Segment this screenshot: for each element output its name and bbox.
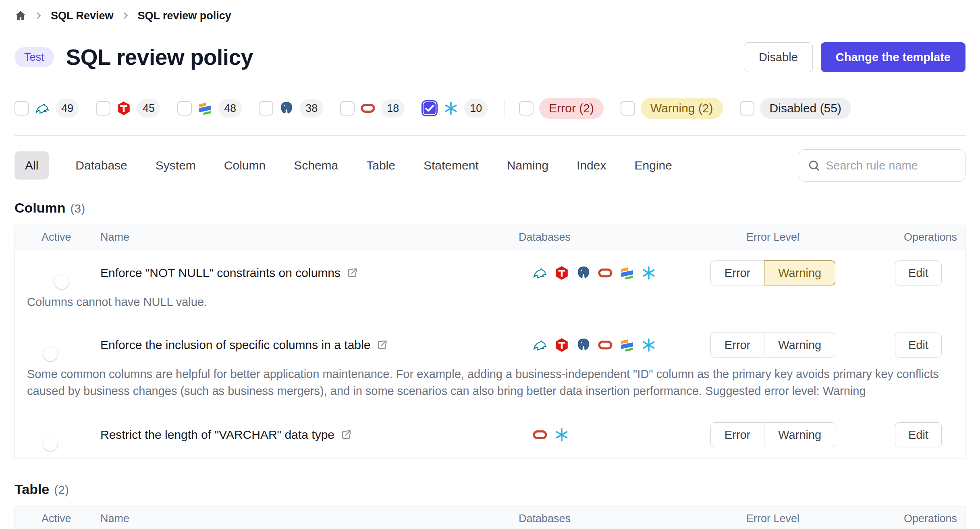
col-header-databases: Databases	[517, 231, 674, 244]
engine-count-badge: 48	[218, 99, 242, 118]
error-level-error-button[interactable]: Error	[710, 260, 764, 285]
edit-button[interactable]: Edit	[895, 422, 942, 447]
error-level-error-button[interactable]: Error	[710, 333, 764, 357]
snowflake-icon	[443, 101, 459, 116]
filter-level-disabled[interactable]: Disabled (55)	[740, 98, 851, 119]
filter-engine-snowflake[interactable]: 10	[421, 99, 488, 118]
error-level-warning-button[interactable]: Warning	[764, 333, 835, 357]
tab-all[interactable]: All	[15, 151, 49, 180]
tidb-icon	[116, 101, 131, 116]
error-level-error-button[interactable]: Error	[710, 422, 764, 447]
rule-databases	[517, 337, 674, 353]
section-title: Table	[15, 481, 49, 497]
checkbox[interactable]	[177, 101, 192, 116]
filter-level-warning[interactable]: Warning (2)	[621, 98, 723, 119]
error-level-warning-button[interactable]: Warning	[764, 422, 835, 447]
rule-name: Enforce "NOT NULL" constraints on column…	[100, 266, 341, 280]
change-template-button[interactable]: Change the template	[821, 42, 965, 72]
tab-column[interactable]: Column	[222, 159, 267, 172]
external-link-icon[interactable]	[346, 267, 358, 279]
rule-name: Enforce the inclusion of specific column…	[100, 338, 370, 352]
home-icon[interactable]	[15, 10, 27, 22]
oracle-icon	[598, 265, 613, 281]
chevron-right-icon	[34, 11, 44, 21]
rule-databases	[517, 265, 674, 281]
tab-index[interactable]: Index	[575, 159, 608, 172]
disabled-count-pill[interactable]: Disabled (55)	[760, 98, 851, 119]
chevron-right-icon	[121, 11, 131, 21]
breadcrumb-sql-review[interactable]: SQL Review	[51, 10, 114, 22]
col-header-error-level: Error Level	[674, 231, 872, 244]
warning-count-pill[interactable]: Warning (2)	[641, 98, 723, 119]
edit-button[interactable]: Edit	[895, 260, 942, 285]
tab-naming[interactable]: Naming	[505, 159, 550, 172]
postgres-icon	[576, 265, 591, 281]
breadcrumb-sql-review-policy[interactable]: SQL review policy	[138, 10, 231, 22]
table-row: Enforce "NOT NULL" constraints on column…	[15, 250, 965, 322]
search-box	[799, 149, 965, 182]
filter-level-error[interactable]: Error (2)	[519, 98, 604, 119]
filter-bar: 49 45 48 38 18 10 Er	[15, 97, 965, 120]
category-tabs: All Database System Column Schema Table …	[15, 151, 674, 180]
tab-statement[interactable]: Statement	[422, 159, 480, 172]
rule-name: Restrict the length of "VARCHAR" data ty…	[100, 428, 334, 442]
oceanbase-icon	[619, 337, 635, 353]
error-count-pill[interactable]: Error (2)	[539, 98, 604, 119]
filter-engine-oceanbase[interactable]: 48	[177, 99, 242, 118]
rule-description: Some common columns are helpful for bett…	[15, 362, 965, 411]
table-header: Active Name Databases Error Level Operat…	[15, 506, 965, 529]
mysql-icon	[35, 101, 50, 116]
tab-schema[interactable]: Schema	[292, 159, 340, 172]
section-heading-column: Column (3)	[15, 200, 965, 216]
category-tabs-row: All Database System Column Schema Table …	[15, 149, 965, 182]
col-header-error-level: Error Level	[674, 512, 872, 525]
col-header-databases: Databases	[517, 512, 674, 525]
oceanbase-icon	[197, 101, 213, 116]
divider	[15, 135, 965, 136]
page-title: SQL review policy	[66, 44, 253, 70]
environment-badge: Test	[15, 47, 54, 67]
checkbox[interactable]	[621, 101, 635, 116]
tidb-icon	[554, 265, 569, 281]
filter-engine-mysql[interactable]: 49	[15, 99, 79, 118]
edit-button[interactable]: Edit	[895, 333, 942, 357]
checkbox[interactable]	[421, 100, 438, 116]
checkbox[interactable]	[519, 101, 534, 116]
rules-table-table: Active Name Databases Error Level Operat…	[15, 506, 965, 529]
disable-button[interactable]: Disable	[744, 42, 813, 72]
filter-engine-postgres[interactable]: 38	[259, 99, 323, 118]
col-header-name: Name	[100, 512, 517, 525]
tidb-icon	[554, 337, 569, 353]
breadcrumb: SQL Review SQL review policy	[15, 0, 965, 24]
tab-database[interactable]: Database	[74, 159, 129, 172]
error-level-toggle: Error Warning	[710, 333, 835, 357]
search-icon	[808, 159, 820, 172]
search-input[interactable]	[799, 149, 965, 182]
tab-system[interactable]: System	[154, 159, 197, 172]
tab-engine[interactable]: Engine	[633, 159, 673, 172]
checkbox[interactable]	[259, 101, 273, 116]
checkbox[interactable]	[340, 101, 355, 116]
checkbox[interactable]	[740, 101, 754, 116]
postgres-icon	[576, 337, 591, 353]
snowflake-icon	[641, 265, 656, 281]
error-level-warning-button[interactable]: Warning	[764, 260, 835, 285]
mysql-icon	[532, 265, 548, 281]
col-header-operations: Operations	[872, 512, 965, 525]
checkbox[interactable]	[15, 101, 29, 116]
rules-table-column: Active Name Databases Error Level Operat…	[15, 225, 965, 459]
error-level-toggle: Error Warning	[710, 260, 835, 285]
filter-engine-tidb[interactable]: 45	[96, 99, 160, 118]
divider	[505, 99, 505, 118]
external-link-icon[interactable]	[376, 339, 388, 351]
section-count: (2)	[54, 483, 69, 497]
oracle-icon	[360, 101, 376, 116]
external-link-icon[interactable]	[340, 429, 352, 441]
engine-count-badge: 18	[381, 99, 405, 118]
filter-engine-oracle[interactable]: 18	[340, 99, 405, 118]
engine-count-badge: 45	[137, 99, 160, 118]
checkbox[interactable]	[96, 101, 110, 116]
col-header-active: Active	[15, 512, 100, 525]
tab-table[interactable]: Table	[365, 159, 397, 172]
rule-description: Columns cannot have NULL value.	[15, 289, 965, 322]
